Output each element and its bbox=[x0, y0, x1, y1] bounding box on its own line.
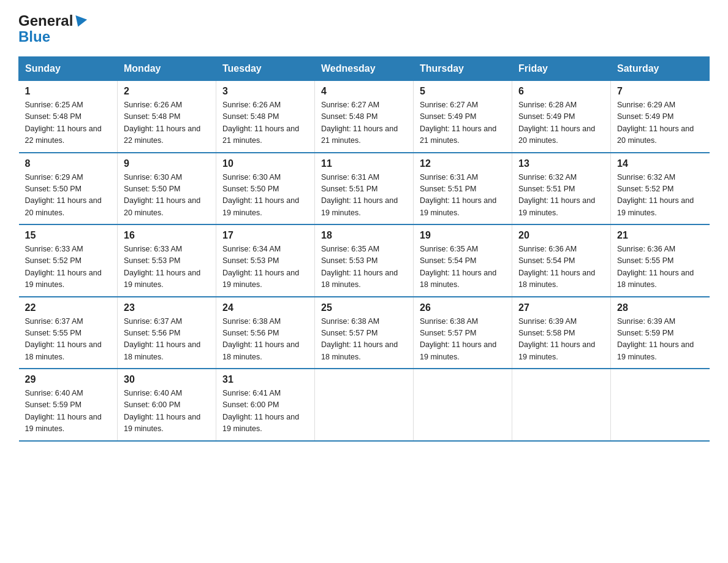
day-info: Sunrise: 6:39 AMSunset: 5:58 PMDaylight:… bbox=[518, 317, 595, 361]
weekday-header-monday: Monday bbox=[118, 57, 216, 81]
calendar-cell: 7 Sunrise: 6:29 AMSunset: 5:49 PMDayligh… bbox=[611, 81, 710, 153]
day-info: Sunrise: 6:35 AMSunset: 5:54 PMDaylight:… bbox=[420, 245, 496, 289]
calendar-cell: 3 Sunrise: 6:26 AMSunset: 5:48 PMDayligh… bbox=[216, 81, 315, 153]
calendar-cell: 16 Sunrise: 6:33 AMSunset: 5:53 PMDaylig… bbox=[118, 224, 216, 297]
week-row-5: 29 Sunrise: 6:40 AMSunset: 5:59 PMDaylig… bbox=[19, 369, 710, 441]
weekday-header-wednesday: Wednesday bbox=[315, 57, 414, 81]
calendar-cell: 19 Sunrise: 6:35 AMSunset: 5:54 PMDaylig… bbox=[414, 224, 512, 297]
weekday-header-sunday: Sunday bbox=[19, 57, 118, 81]
day-info: Sunrise: 6:26 AMSunset: 5:48 PMDaylight:… bbox=[124, 101, 200, 145]
calendar-cell: 2 Sunrise: 6:26 AMSunset: 5:48 PMDayligh… bbox=[118, 81, 216, 153]
page-header: General Blue bbox=[18, 12, 710, 45]
day-number: 2 bbox=[124, 86, 210, 97]
weekday-header-thursday: Thursday bbox=[414, 57, 512, 81]
day-info: Sunrise: 6:38 AMSunset: 5:57 PMDaylight:… bbox=[420, 317, 496, 361]
calendar-cell: 1 Sunrise: 6:25 AMSunset: 5:48 PMDayligh… bbox=[19, 81, 118, 153]
calendar-cell: 24 Sunrise: 6:38 AMSunset: 5:56 PMDaylig… bbox=[216, 297, 315, 369]
day-number: 17 bbox=[222, 230, 308, 241]
day-info: Sunrise: 6:40 AMSunset: 6:00 PMDaylight:… bbox=[124, 389, 200, 433]
logo-triangle-icon bbox=[72, 15, 87, 29]
calendar-cell: 11 Sunrise: 6:31 AMSunset: 5:51 PMDaylig… bbox=[315, 153, 414, 225]
day-info: Sunrise: 6:27 AMSunset: 5:49 PMDaylight:… bbox=[420, 101, 496, 145]
day-info: Sunrise: 6:34 AMSunset: 5:53 PMDaylight:… bbox=[222, 245, 299, 289]
day-info: Sunrise: 6:32 AMSunset: 5:52 PMDaylight:… bbox=[617, 173, 694, 217]
day-number: 31 bbox=[222, 374, 308, 385]
day-number: 6 bbox=[518, 86, 604, 97]
day-number: 9 bbox=[124, 158, 210, 169]
day-number: 20 bbox=[518, 230, 604, 241]
week-row-4: 22 Sunrise: 6:37 AMSunset: 5:55 PMDaylig… bbox=[19, 297, 710, 369]
day-info: Sunrise: 6:29 AMSunset: 5:49 PMDaylight:… bbox=[617, 101, 694, 145]
logo: General Blue bbox=[18, 12, 86, 45]
day-info: Sunrise: 6:30 AMSunset: 5:50 PMDaylight:… bbox=[124, 173, 200, 217]
calendar-cell: 15 Sunrise: 6:33 AMSunset: 5:52 PMDaylig… bbox=[19, 224, 118, 297]
calendar-cell: 26 Sunrise: 6:38 AMSunset: 5:57 PMDaylig… bbox=[414, 297, 512, 369]
calendar-cell: 8 Sunrise: 6:29 AMSunset: 5:50 PMDayligh… bbox=[19, 153, 118, 225]
calendar-cell: 27 Sunrise: 6:39 AMSunset: 5:58 PMDaylig… bbox=[512, 297, 611, 369]
day-number: 10 bbox=[222, 158, 308, 169]
day-info: Sunrise: 6:37 AMSunset: 5:55 PMDaylight:… bbox=[25, 317, 102, 361]
day-info: Sunrise: 6:39 AMSunset: 5:59 PMDaylight:… bbox=[617, 317, 694, 361]
day-info: Sunrise: 6:32 AMSunset: 5:51 PMDaylight:… bbox=[518, 173, 595, 217]
day-number: 23 bbox=[124, 302, 210, 313]
day-info: Sunrise: 6:38 AMSunset: 5:57 PMDaylight:… bbox=[321, 317, 398, 361]
day-info: Sunrise: 6:40 AMSunset: 5:59 PMDaylight:… bbox=[25, 389, 102, 433]
day-info: Sunrise: 6:36 AMSunset: 5:55 PMDaylight:… bbox=[617, 245, 694, 289]
calendar-cell: 22 Sunrise: 6:37 AMSunset: 5:55 PMDaylig… bbox=[19, 297, 118, 369]
day-info: Sunrise: 6:37 AMSunset: 5:56 PMDaylight:… bbox=[124, 317, 200, 361]
calendar-cell: 13 Sunrise: 6:32 AMSunset: 5:51 PMDaylig… bbox=[512, 153, 611, 225]
calendar-cell: 10 Sunrise: 6:30 AMSunset: 5:50 PMDaylig… bbox=[216, 153, 315, 225]
day-info: Sunrise: 6:26 AMSunset: 5:48 PMDaylight:… bbox=[222, 101, 299, 145]
calendar-cell: 6 Sunrise: 6:28 AMSunset: 5:49 PMDayligh… bbox=[512, 81, 611, 153]
calendar-cell: 4 Sunrise: 6:27 AMSunset: 5:48 PMDayligh… bbox=[315, 81, 414, 153]
calendar-cell: 29 Sunrise: 6:40 AMSunset: 5:59 PMDaylig… bbox=[19, 369, 118, 441]
day-number: 4 bbox=[321, 86, 407, 97]
week-row-2: 8 Sunrise: 6:29 AMSunset: 5:50 PMDayligh… bbox=[19, 153, 710, 225]
day-info: Sunrise: 6:28 AMSunset: 5:49 PMDaylight:… bbox=[518, 101, 595, 145]
weekday-header-friday: Friday bbox=[512, 57, 611, 81]
calendar-cell bbox=[512, 369, 611, 441]
day-info: Sunrise: 6:38 AMSunset: 5:56 PMDaylight:… bbox=[222, 317, 299, 361]
calendar-cell bbox=[611, 369, 710, 441]
calendar-cell: 9 Sunrise: 6:30 AMSunset: 5:50 PMDayligh… bbox=[118, 153, 216, 225]
calendar-table: SundayMondayTuesdayWednesdayThursdayFrid… bbox=[18, 56, 710, 442]
calendar-cell: 30 Sunrise: 6:40 AMSunset: 6:00 PMDaylig… bbox=[118, 369, 216, 441]
day-info: Sunrise: 6:30 AMSunset: 5:50 PMDaylight:… bbox=[222, 173, 299, 217]
day-number: 19 bbox=[420, 230, 506, 241]
day-number: 28 bbox=[617, 302, 703, 313]
calendar-cell: 17 Sunrise: 6:34 AMSunset: 5:53 PMDaylig… bbox=[216, 224, 315, 297]
day-number: 13 bbox=[518, 158, 604, 169]
day-number: 24 bbox=[222, 302, 308, 313]
day-number: 15 bbox=[25, 230, 112, 241]
week-row-1: 1 Sunrise: 6:25 AMSunset: 5:48 PMDayligh… bbox=[19, 81, 710, 153]
day-number: 27 bbox=[518, 302, 604, 313]
day-info: Sunrise: 6:31 AMSunset: 5:51 PMDaylight:… bbox=[420, 173, 496, 217]
day-info: Sunrise: 6:29 AMSunset: 5:50 PMDaylight:… bbox=[25, 173, 102, 217]
day-info: Sunrise: 6:41 AMSunset: 6:00 PMDaylight:… bbox=[222, 389, 299, 433]
logo-text-general: General bbox=[18, 12, 86, 29]
day-info: Sunrise: 6:33 AMSunset: 5:52 PMDaylight:… bbox=[25, 245, 102, 289]
day-number: 1 bbox=[25, 86, 112, 97]
day-info: Sunrise: 6:31 AMSunset: 5:51 PMDaylight:… bbox=[321, 173, 398, 217]
day-number: 22 bbox=[25, 302, 112, 313]
calendar-cell: 25 Sunrise: 6:38 AMSunset: 5:57 PMDaylig… bbox=[315, 297, 414, 369]
weekday-header-tuesday: Tuesday bbox=[216, 57, 315, 81]
calendar-cell: 5 Sunrise: 6:27 AMSunset: 5:49 PMDayligh… bbox=[414, 81, 512, 153]
day-number: 3 bbox=[222, 86, 308, 97]
day-info: Sunrise: 6:35 AMSunset: 5:53 PMDaylight:… bbox=[321, 245, 398, 289]
calendar-cell bbox=[414, 369, 512, 441]
calendar-cell: 31 Sunrise: 6:41 AMSunset: 6:00 PMDaylig… bbox=[216, 369, 315, 441]
day-number: 16 bbox=[124, 230, 210, 241]
day-number: 25 bbox=[321, 302, 407, 313]
calendar-cell: 20 Sunrise: 6:36 AMSunset: 5:54 PMDaylig… bbox=[512, 224, 611, 297]
day-info: Sunrise: 6:25 AMSunset: 5:48 PMDaylight:… bbox=[25, 101, 102, 145]
day-number: 8 bbox=[25, 158, 112, 169]
calendar-cell: 18 Sunrise: 6:35 AMSunset: 5:53 PMDaylig… bbox=[315, 224, 414, 297]
day-number: 11 bbox=[321, 158, 407, 169]
week-row-3: 15 Sunrise: 6:33 AMSunset: 5:52 PMDaylig… bbox=[19, 224, 710, 297]
calendar-header: SundayMondayTuesdayWednesdayThursdayFrid… bbox=[19, 57, 710, 81]
day-info: Sunrise: 6:33 AMSunset: 5:53 PMDaylight:… bbox=[124, 245, 200, 289]
weekday-header-saturday: Saturday bbox=[611, 57, 710, 81]
calendar-body: 1 Sunrise: 6:25 AMSunset: 5:48 PMDayligh… bbox=[19, 81, 710, 441]
day-number: 7 bbox=[617, 86, 703, 97]
